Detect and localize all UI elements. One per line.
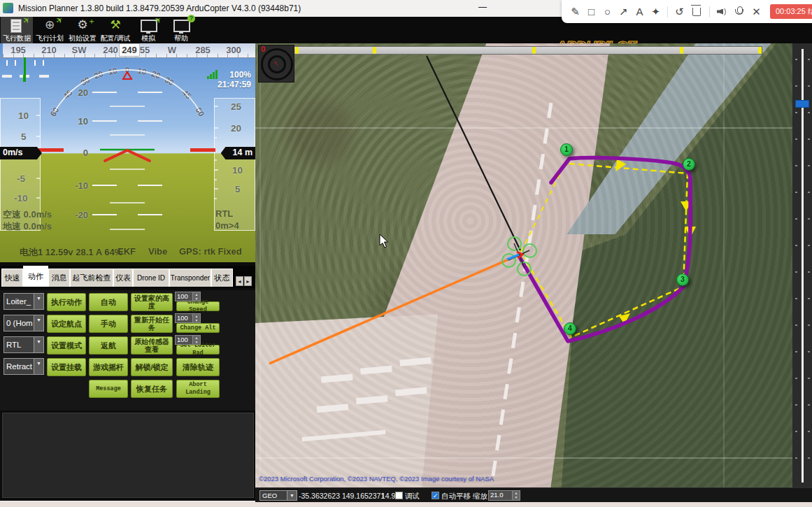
- pencil-icon[interactable]: ✎: [568, 5, 583, 19]
- tab-drone-id[interactable]: Drone ID: [133, 269, 169, 287]
- clear-track-button[interactable]: 清除轨迹: [176, 358, 220, 376]
- wrench-icon: ⚒: [110, 18, 120, 31]
- mouse-cursor: [379, 234, 390, 249]
- tab-actions[interactable]: 动作: [23, 266, 48, 287]
- arrow-icon[interactable]: ↗: [616, 5, 631, 19]
- action-select[interactable]: Loiter_▼: [3, 293, 44, 310]
- tab-transponder[interactable]: Transponder: [169, 269, 211, 287]
- toolbar-simulation[interactable]: ✈ 模拟: [132, 17, 164, 43]
- left-panel: 195 210 SW 240 55 W 285 300 249 60 45 30…: [0, 43, 255, 502]
- tab-scroll-right[interactable]: ►: [244, 276, 252, 286]
- map-zoom-slider[interactable]: [792, 43, 812, 487]
- toolbar-initial-setup[interactable]: ⚙＋ 初始设置: [66, 17, 99, 43]
- arm-disarm-button[interactable]: 解锁/锁定: [131, 358, 173, 376]
- waypoint-marker[interactable]: 1: [560, 143, 574, 163]
- alt-spinner[interactable]: 100▲▼: [175, 313, 201, 323]
- joystick-button[interactable]: 游戏摇杆: [89, 358, 128, 376]
- map-zone: 0 ↑ 1 2 3 4: [255, 43, 812, 507]
- tab-scroll-left[interactable]: ◄: [236, 276, 243, 286]
- restart-mission-button[interactable]: 重新开始任务: [131, 315, 173, 333]
- loiter-spinner[interactable]: 100▲▼: [175, 335, 201, 345]
- scale-tick: [295, 47, 299, 54]
- set-loiter-button[interactable]: Set Loiter Rad: [176, 345, 220, 355]
- raw-sensor-button[interactable]: 原始传感器查看: [131, 336, 173, 355]
- hud[interactable]: 195 210 SW 240 55 W 285 300 249 60 45 30…: [0, 43, 255, 262]
- scale-bar: [294, 46, 762, 55]
- waypoint-marker[interactable]: 3: [676, 273, 690, 293]
- bottom-strip: [0, 502, 812, 507]
- mission-planner-window: Mission Planner 1.3.80 build 1.3.8479.20…: [0, 0, 812, 507]
- scale-tick: [680, 47, 683, 54]
- toolbar-flight-plan[interactable]: ⊕✈ 飞行计划: [34, 17, 66, 43]
- tab-gauges[interactable]: 仪表: [113, 269, 133, 287]
- empty-panel: [2, 413, 254, 498]
- scale-tick: [373, 47, 376, 54]
- zoom-spinner[interactable]: 21.0 ▲▼: [488, 490, 520, 501]
- tab-messages[interactable]: 消息: [48, 269, 70, 287]
- tab-quick[interactable]: 快速: [1, 269, 23, 287]
- change-speed-button[interactable]: Change Speed: [176, 301, 220, 311]
- trash-icon[interactable]: [692, 8, 701, 16]
- mount-select[interactable]: Retract▼: [3, 358, 44, 375]
- airspeed-readout: 0m/s: [0, 147, 42, 159]
- autopan-checkbox[interactable]: ✓: [432, 492, 439, 499]
- divider: [709, 6, 710, 17]
- message-button[interactable]: Message: [89, 380, 128, 398]
- set-home-alt-button[interactable]: 设置家的高度: [131, 293, 173, 311]
- zoom-label: 缩放: [473, 492, 487, 501]
- circle-icon[interactable]: ○: [600, 5, 615, 19]
- manual-button[interactable]: 手动: [89, 315, 128, 333]
- waypoint-marker[interactable]: 2: [683, 158, 697, 178]
- auto-button[interactable]: 自动: [89, 293, 128, 311]
- tab-status[interactable]: 状态: [211, 269, 233, 287]
- set-wp-button[interactable]: 设定航点: [47, 315, 86, 333]
- mode-select[interactable]: RTL▼: [3, 336, 44, 353]
- flight-data-icon: [10, 19, 22, 33]
- recorder-toolbar: ✎ □ ○ ↗ A ✦ ↺ ) ✕ 00:03:25 结束: [562, 0, 812, 23]
- slider-track: [802, 49, 804, 483]
- tab-preflight[interactable]: 起飞前检查: [70, 269, 113, 287]
- setup-icon: ⚙: [77, 18, 87, 31]
- debug-label: 调试: [405, 492, 420, 501]
- waypoint-marker[interactable]: 4: [564, 322, 578, 342]
- projection-select[interactable]: GEO ▼: [259, 490, 297, 501]
- compass-heading-value: 0: [261, 45, 265, 53]
- recording-timer-button[interactable]: 00:03:25 结束: [770, 4, 812, 19]
- cursor-coordinates: -35.3632623 149.1652371: [299, 492, 385, 500]
- toolbar-config-tuning[interactable]: ⚒ 配置/调试: [99, 17, 131, 43]
- set-mode-button[interactable]: 设置模式: [47, 336, 86, 355]
- map-canvas[interactable]: 0 ↑ 1 2 3 4: [255, 43, 792, 487]
- map-compass-overlay: 0 ↑: [258, 45, 294, 83]
- speaker-icon[interactable]: ): [717, 7, 727, 17]
- actions-panel: Loiter_▼ 0 (Hom▼ RTL▼ Retract▼ 执行动作 设定航点…: [0, 290, 255, 410]
- do-action-button[interactable]: 执行动作: [47, 293, 86, 311]
- rectangle-icon[interactable]: □: [584, 5, 599, 19]
- speed-spinner[interactable]: 100▲▼: [175, 292, 201, 301]
- heading-readout: 249: [119, 43, 140, 57]
- set-mount-button[interactable]: 设置挂载: [47, 358, 86, 376]
- abort-landing-button[interactable]: Abort Landing: [176, 380, 220, 398]
- app-icon: [3, 3, 13, 13]
- slider-handle[interactable]: [795, 100, 809, 108]
- minimize-button[interactable]: —: [478, 2, 488, 12]
- laser-icon[interactable]: ✦: [648, 5, 663, 19]
- toolbar-flight-data[interactable]: ✈ 飞行数据: [1, 17, 33, 43]
- change-alt-button[interactable]: Change Alt: [176, 323, 220, 333]
- rtl-button[interactable]: 返航: [89, 336, 128, 355]
- divider: [667, 6, 668, 17]
- chevron-down-icon: ▼: [287, 491, 297, 500]
- flight-plan-icon: ⊕: [45, 18, 55, 31]
- map-status-bar: GEO ▼ -35.3632623 149.1652371 14.9 调试 ✓ …: [255, 487, 812, 503]
- close-recorder-icon[interactable]: ✕: [749, 5, 764, 19]
- scale-tick: [532, 47, 536, 54]
- map-attribution: ©2023 Microsoft Corporation, ©2023 NAVTE…: [259, 475, 494, 483]
- microphone-icon[interactable]: [734, 6, 744, 17]
- drone-icon[interactable]: [501, 236, 538, 273]
- resume-mission-button[interactable]: 恢复任务: [131, 380, 173, 398]
- tab-strip: 快速 动作 消息 起飞前检查 仪表 Drone ID Transponder 状…: [0, 266, 255, 288]
- toolbar-help[interactable]: ? 帮助: [165, 17, 197, 43]
- text-icon[interactable]: A: [632, 5, 647, 19]
- waypoint-select[interactable]: 0 (Hom▼: [3, 315, 44, 331]
- debug-checkbox[interactable]: [395, 492, 403, 499]
- undo-icon[interactable]: ↺: [672, 5, 687, 19]
